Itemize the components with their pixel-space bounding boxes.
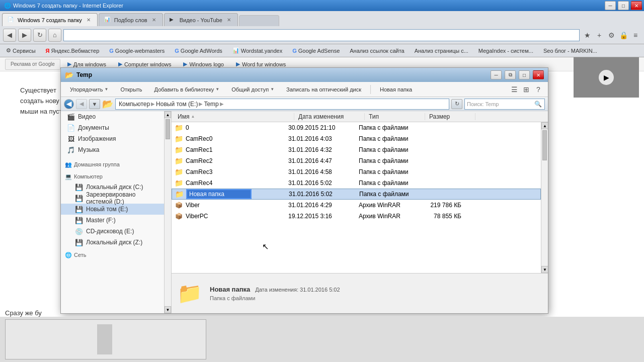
- file-list-scrollbar[interactable]: ▲ ▼: [541, 122, 548, 273]
- sidebar-scrollbar[interactable]: ▲ ▼: [164, 111, 171, 313]
- address-input[interactable]: chajnikam.ru/computer/133-kak-sozdat-pap…: [68, 32, 575, 39]
- file-type-new-folder: Папка с файлами: [355, 191, 416, 198]
- bookmark-label-adwords: Google AdWords: [181, 48, 222, 54]
- forward-button[interactable]: ▶: [18, 29, 31, 42]
- youtube-thumbnail[interactable]: ▶: [574, 57, 639, 98]
- file-item-camrec2[interactable]: 📁 CamRec2 31.01.2016 4:47 Папка с файлам…: [172, 155, 541, 166]
- file-item-new-folder[interactable]: 📁 31.01.2016 5:02 Папка с файлами: [172, 189, 541, 200]
- sidebar-network-header[interactable]: 🌐 Сеть: [61, 250, 164, 260]
- toolbar-newfolder-btn[interactable]: Новая папка: [375, 83, 417, 96]
- file-scroll-down-btn[interactable]: ▼: [541, 266, 548, 273]
- explorer-restore-btn[interactable]: ⧉: [505, 70, 516, 79]
- safety-icon[interactable]: 🔒: [618, 30, 629, 41]
- sidebar-scroll-down-btn[interactable]: ▼: [165, 306, 171, 313]
- sidebar-item-disk-d[interactable]: 💾 Зарезервировано системой (D:): [61, 193, 164, 204]
- file-item-camrec1[interactable]: 📁 CamRec1 31.01.2016 4:32 Папка с файлам…: [172, 144, 541, 155]
- col-header-date[interactable]: Дата изменения: [294, 113, 365, 120]
- tab-windows7[interactable]: 📄 Windows 7 создать папку ✕: [2, 13, 98, 26]
- sidebar-item-video[interactable]: 🎬 Видео: [61, 111, 164, 122]
- bookmark-label-adsense: Google AdSense: [298, 48, 340, 54]
- sidebar-item-disk-f[interactable]: 💾 Master (F:): [61, 215, 164, 226]
- explorer-refresh-btn[interactable]: ↻: [451, 99, 462, 109]
- browser-close-btn[interactable]: ✕: [631, 1, 642, 10]
- view-tiles-btn[interactable]: ⊞: [521, 84, 532, 95]
- col-header-size[interactable]: Размер: [425, 113, 475, 120]
- sidebar-item-music[interactable]: 🎵 Музыка: [61, 144, 164, 155]
- sidebar-computer-header[interactable]: 💻 Компьютер: [61, 171, 164, 182]
- toolbar-burn-btn[interactable]: Записать на оптический диск: [281, 83, 366, 96]
- breadcrumb-computer[interactable]: Компьютер: [119, 101, 150, 108]
- file-name-camrec4: 📁 CamRec4: [174, 178, 284, 188]
- tab-youtube[interactable]: ▶ Видео - YouTube ✕: [164, 13, 238, 26]
- file-item-camrec3[interactable]: 📁 CamRec3 31.01.2016 4:58 Папка с файлам…: [172, 166, 541, 177]
- home-button[interactable]: ⌂: [48, 29, 61, 42]
- bookmark-seoblog[interactable]: Seo блог - MARKIN...: [540, 47, 600, 55]
- new-tab-btn[interactable]: [239, 15, 279, 26]
- browser-content: Реклама от Google ▶ Для windows ▶ Comput…: [0, 57, 644, 362]
- file-scroll-up-btn[interactable]: ▲: [541, 122, 548, 129]
- file-item-viber[interactable]: 📦 Viber 31.01.2016 4:29 Архив WinRAR 219…: [172, 200, 541, 211]
- toolbar-organize-btn[interactable]: Упорядочить ▼: [65, 83, 113, 96]
- bookmark-label-google-web: Google-webmasters: [115, 48, 165, 54]
- sidebar-item-documents[interactable]: 📄 Документы: [61, 122, 164, 133]
- favorites-icon[interactable]: ★: [582, 30, 593, 41]
- bookmark-megaindex[interactable]: MegaIndex - систем...: [475, 47, 536, 55]
- sidebar-scroll-up-btn[interactable]: ▲: [165, 111, 171, 118]
- explorer-back-btn[interactable]: ◀: [64, 99, 74, 109]
- bookmark-icon-wordstat: 📊: [232, 47, 239, 54]
- explorer-maximize-btn[interactable]: □: [519, 70, 530, 79]
- sidebar-scroll-thumb[interactable]: [166, 119, 170, 139]
- tools-icon[interactable]: ⚙: [606, 30, 617, 41]
- bookmark-servisy[interactable]: ⚙ Сервисы: [3, 46, 39, 55]
- bookmark-adsense[interactable]: G Google AdSense: [289, 47, 343, 55]
- settings-icon[interactable]: ≡: [630, 30, 641, 41]
- file-scroll-thumb[interactable]: [542, 130, 547, 160]
- sidebar-item-disk-e[interactable]: 💾 Новый том (E:): [61, 204, 164, 215]
- view-help-btn[interactable]: ?: [533, 84, 544, 95]
- tab-close-youtube[interactable]: ✕: [225, 17, 232, 24]
- add-favorites-icon[interactable]: +: [594, 30, 605, 41]
- explorer-dropdown-btn[interactable]: ▼: [89, 99, 100, 109]
- explorer-back2-btn[interactable]: ◀: [76, 99, 87, 109]
- refresh-button[interactable]: ↻: [33, 29, 46, 42]
- col-header-name[interactable]: Имя ▲: [174, 113, 294, 120]
- file-item-camrec0[interactable]: 📁 CamRec0 31.01.2016 4:03 Папка с файлам…: [172, 133, 541, 144]
- bookmark-yandex[interactable]: Я Яндекс.Вебмастер: [43, 47, 103, 55]
- explorer-close-btn[interactable]: ✕: [533, 70, 544, 79]
- bookmark-wordstat[interactable]: 📊 Wordstat.yandex: [229, 46, 285, 55]
- bookmark-linkanalysis[interactable]: Анализ ссылок сайта: [347, 47, 407, 55]
- file-item-viberpc[interactable]: 📦 ViberPC 19.12.2015 3:16 Архив WinRAR 7…: [172, 211, 541, 222]
- col-header-type[interactable]: Тип: [365, 113, 425, 120]
- sidebar-homegroup-header[interactable]: 👥 Домашняя группа: [61, 159, 164, 169]
- search-box[interactable]: 🔍: [464, 99, 545, 110]
- tab-close-podborlov[interactable]: ✕: [150, 17, 157, 24]
- bookmark-pageanalysis[interactable]: Анализ страницы с...: [412, 47, 471, 55]
- filename-edit-input[interactable]: [186, 189, 252, 199]
- toolbar-open-btn[interactable]: Открыть: [115, 83, 147, 96]
- breadcrumb-temp[interactable]: Temp: [204, 101, 218, 108]
- file-item-camrec4[interactable]: 📁 CamRec4 31.01.2016 5:02 Папка с файлам…: [172, 177, 541, 189]
- search-input[interactable]: [467, 101, 533, 107]
- toolbar-library-btn[interactable]: Добавить в библиотеку ▼: [149, 83, 225, 96]
- view-details-btn[interactable]: ☰: [509, 84, 520, 95]
- browser-minimize-btn[interactable]: ─: [605, 1, 616, 10]
- bookmark-google-web[interactable]: G Google-webmasters: [106, 47, 168, 55]
- page-nav-label-2: Computer windows: [124, 61, 172, 67]
- breadcrumb-drive[interactable]: Новый том (E:): [156, 101, 198, 108]
- file-item-0[interactable]: 📁 0 30.09.2015 21:10 Папка с файлами: [172, 122, 541, 133]
- back-button[interactable]: ◀: [3, 29, 16, 42]
- sidebar-item-images[interactable]: 🖼 Изображения: [61, 133, 164, 144]
- disk-f-icon: 💾: [75, 216, 83, 224]
- search-icon[interactable]: 🔍: [533, 99, 542, 109]
- toolbar-share-btn[interactable]: Общий доступ ▼: [226, 83, 279, 96]
- disk-z-icon: 💾: [75, 238, 83, 246]
- browser-maximize-btn[interactable]: □: [618, 1, 629, 10]
- tab-close-windows7[interactable]: ✕: [85, 17, 92, 24]
- address-bar[interactable]: chajnikam.ru/computer/133-kak-sozdat-pap…: [63, 29, 580, 41]
- sidebar-item-cd[interactable]: 💿 CD-дисковод (E:): [61, 226, 164, 237]
- tab-podborlov[interactable]: 📊 Подбор слов ✕: [99, 13, 163, 26]
- sidebar-label-video: Видео: [78, 113, 96, 120]
- sidebar-item-disk-z[interactable]: 💾 Локальный диск (Z:): [61, 237, 164, 248]
- bookmark-adwords[interactable]: G Google AdWords: [172, 47, 225, 55]
- explorer-minimize-btn[interactable]: ─: [491, 70, 502, 79]
